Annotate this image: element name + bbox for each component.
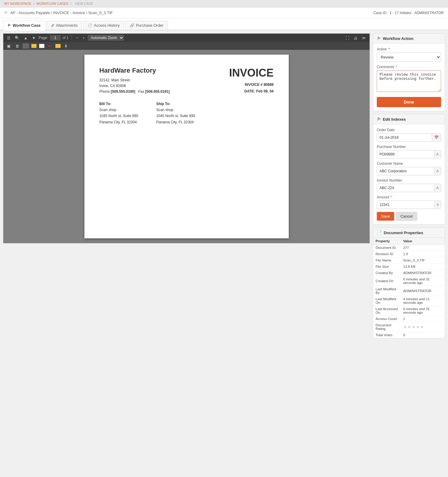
index-actions: Save Cancel (377, 212, 441, 221)
action-required-mark: * (389, 47, 390, 51)
workflow-action-section: 🏳 Workflow Action Action * Review Approv… (373, 33, 445, 111)
toggle-sidebar-button[interactable]: ☰ (6, 35, 12, 41)
save-button[interactable]: Save (377, 212, 394, 221)
breadcrumb-workflow-cases[interactable]: WORKFLOW CASES (36, 2, 68, 5)
tab-access-history[interactable]: 🕐 Access History (83, 21, 124, 30)
stamp-button[interactable] (55, 44, 61, 48)
download-button[interactable]: ⬇ (63, 43, 69, 49)
table-row: Last Accessed On6 minutes and 31 seconds… (373, 306, 445, 316)
action-select[interactable]: Review Approve Reject (377, 53, 441, 62)
property-cell: Created By (373, 270, 401, 276)
purchase-number-label: Purchase Number (377, 145, 441, 149)
invoice-date-value: Feb 09, 04 (256, 89, 273, 93)
breadcrumb-my-workspace[interactable]: MY WORKSPACE (4, 2, 31, 5)
page-label: Page: (39, 36, 48, 40)
document-properties-body: Property Value Document ID277Revision ID… (373, 238, 445, 338)
property-cell: Document Rating (373, 322, 401, 332)
amount-required-mark: * (390, 195, 392, 199)
tab-attachments-label: Attachments (56, 23, 78, 28)
order-date-input[interactable] (377, 134, 432, 141)
value-cell: 6 minutes and 31 seconds ago (401, 276, 445, 286)
value-cell: 277 (401, 245, 445, 251)
table-row: Total Votes0 (373, 332, 445, 338)
invoice-meta: INVOICE # 80888 DATE: Feb 09, 04 (244, 82, 273, 95)
zoom-select[interactable]: Automatic Zoom 50% 75% 100% 125% 150% (88, 35, 124, 41)
property-cell: File Size (373, 264, 401, 270)
tab-access-history-label: Access History (94, 23, 120, 28)
panel-toggle-button[interactable]: ▣ (6, 43, 12, 49)
order-date-calendar-icon[interactable]: 📅 (432, 134, 441, 141)
invoice-number-input[interactable] (377, 184, 434, 192)
amount-label: Amount * (377, 195, 441, 199)
order-date-label: Order Date (377, 128, 441, 132)
tab-purchase-order[interactable]: 🔗 Purchase Order (125, 21, 168, 30)
bill-to-label: Bill To: (99, 101, 138, 107)
property-cell: Last Modified By (373, 286, 401, 296)
highlight-white-button[interactable] (39, 44, 44, 48)
flag-icon: 🏳 (4, 11, 8, 15)
bill-to-city: Panama City, FL 32304 (99, 120, 137, 124)
page-input[interactable] (50, 35, 61, 41)
value-cell: 4 minutes and 11 seconds ago (401, 296, 445, 306)
amount-number-icon[interactable]: # (434, 201, 441, 208)
invoice-number-line: INVOICE # 80888 (244, 82, 273, 88)
cancel-button[interactable]: Cancel (396, 212, 417, 221)
tab-attachments[interactable]: 🖇 Attachments (46, 21, 82, 30)
stars-rating[interactable]: ★★★★★ (403, 325, 424, 329)
case-path-text: AP - Accounts Payable \ INVOICE - Invoic… (10, 11, 113, 15)
comments-group: Comments * Please review this invoice be… (377, 65, 441, 93)
ship-to-address1: 1045 North st, Suite 890 (156, 114, 195, 118)
print-button[interactable]: 🖨 (352, 35, 359, 41)
case-info: Case ID : 1 - 17 Initiator : ADMINISTRAT… (373, 11, 444, 15)
comments-label: Comments * (377, 65, 441, 69)
customer-name-input[interactable] (377, 167, 434, 175)
purchase-number-text-icon[interactable]: A (434, 151, 441, 158)
order-date-group: Order Date 📅 (377, 128, 441, 142)
table-row: File NameScan_0_3.TIF (373, 257, 445, 264)
search-button[interactable]: 🔍 (14, 35, 21, 41)
table-row: Created On6 minutes and 31 seconds ago (373, 276, 445, 286)
document-properties-doc-icon: 📄 (377, 230, 382, 235)
next-page-button[interactable]: ▼ (31, 35, 37, 41)
tab-workflow-case[interactable]: 🏳 Workflow Case (3, 21, 45, 30)
invoice-number-text-icon[interactable]: A (434, 184, 441, 192)
fullscreen-button[interactable]: ⛶ (344, 35, 351, 41)
property-cell: Document ID (373, 245, 401, 251)
done-button[interactable]: Done (377, 97, 441, 107)
invoice-date-line: DATE: Feb 09, 04 (244, 88, 273, 95)
workflow-action-header: 🏳 Workflow Action (373, 34, 445, 44)
customer-name-text-icon[interactable]: A (434, 168, 441, 175)
value-cell: ADMINISTRATOR (401, 270, 445, 276)
pdf-content-area[interactable]: HardWare Factory 32142, Main Street Irvi… (3, 50, 370, 243)
bill-to-company: Scan shop (99, 108, 117, 112)
undo-button[interactable]: ↩ (47, 43, 53, 49)
customer-name-input-wrap: A (377, 167, 441, 175)
order-date-input-wrap: 📅 (377, 133, 441, 142)
comments-textarea[interactable]: Please review this invoice before proces… (377, 70, 441, 92)
delete-button[interactable]: 🗑 (14, 43, 20, 49)
zoom-in-button[interactable]: + (81, 35, 86, 41)
right-panel: 🏳 Workflow Action Action * Review Approv… (373, 33, 445, 338)
purchase-number-input[interactable] (377, 150, 434, 158)
value-cell: 6 minutes and 31 seconds ago (401, 306, 445, 316)
document-properties-header: 📄 Document Properties (373, 228, 445, 238)
action-group: Action * Review Approve Reject (377, 47, 441, 62)
amount-input[interactable] (377, 201, 434, 209)
attachments-icon: 🖇 (51, 23, 54, 28)
bill-to-block: Bill To: Scan shop 1045 North st, Suite … (99, 101, 138, 125)
property-cell: Last Accessed On (373, 306, 401, 316)
comments-required-mark: * (396, 65, 397, 69)
purchase-order-icon: 🔗 (130, 23, 134, 28)
invoice-number-label: INVOICE # (245, 83, 262, 87)
zoom-out-button[interactable]: − (75, 35, 80, 41)
prev-page-button[interactable]: ▲ (23, 35, 29, 41)
more-button[interactable]: ≫ (361, 35, 367, 41)
highlight-yellow-button[interactable] (31, 44, 37, 48)
pdf-page: HardWare Factory 32142, Main Street Irvi… (84, 55, 289, 238)
grid-icon (23, 44, 29, 48)
invoice-billing: Bill To: Scan shop 1045 North st, Suite … (99, 101, 274, 125)
value-cell: ADMINISTRATOR (401, 286, 445, 296)
table-row: Document Rating★★★★★ (373, 322, 445, 332)
page-of: of 1 (62, 36, 69, 40)
document-properties-section: 📄 Document Properties Property Value Doc… (373, 228, 445, 338)
